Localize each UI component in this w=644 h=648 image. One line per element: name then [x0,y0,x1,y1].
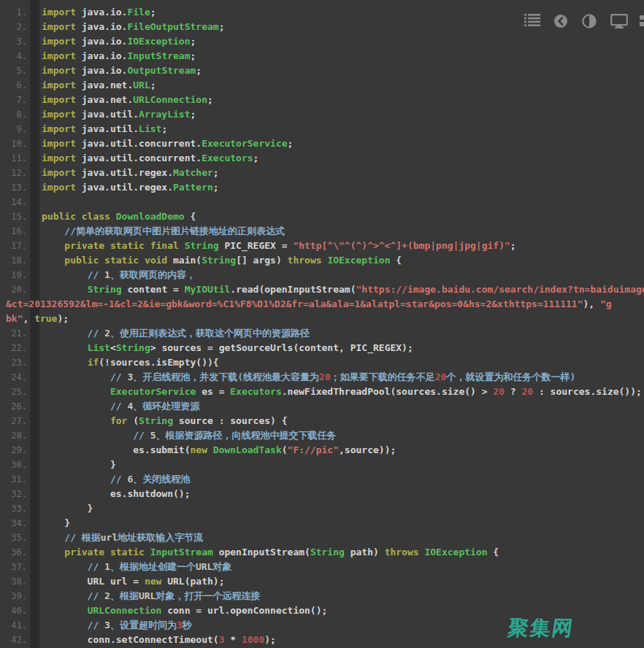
code-line-text: public static void main(String[] args) t… [42,253,402,268]
line-number: 38. [0,574,27,589]
line-number: 6. [0,78,27,93]
code-line-text: URL url = new URL(path); [42,574,224,589]
line-number: 7. [0,93,27,107]
code-row: 37. // 1、根据地址创建一个URL对象 [0,560,644,574]
code-line-text: for (String source : sources) { [42,414,288,428]
code-line-text: // 1、获取网页的内容， [42,268,196,282]
line-number: 36. [0,545,27,560]
line-number: 37. [0,560,27,574]
back-icon[interactable] [553,14,571,28]
code-line-text: // 3、开启线程池，并发下载(线程池最大容量为20；如果要下载的任务不足20个… [42,370,575,385]
line-number: 32. [0,487,27,501]
code-rows: 1.import java.io.File;2.import java.io.F… [0,5,644,647]
code-row: 15.public class DownloadDemo { [0,209,644,224]
code-row-wrap: &ct=201326592&lm=-1&cl=2&ie=gbk&word=%C1… [0,297,644,312]
code-line-text: // 2、使用正则表达式，获取这个网页中的资源路径 [42,326,310,341]
code-row: 9.import java.util.List; [0,122,644,136]
code-row: 23. if(!sources.isEmpty()){ [0,355,644,370]
code-line-text: import java.io.OutputStream; [42,63,202,78]
list-icon[interactable] [524,14,542,28]
code-row: 35. // 根据url地址获取输入字节流 [0,531,644,545]
line-number: 25. [0,385,27,399]
code-line-text: import java.util.ArrayList; [42,107,196,122]
line-number: 39. [0,589,27,603]
code-line-text: // 4、循环处理资源 [42,399,199,414]
code-row: 30. } [0,458,644,472]
code-line-text: // 2、根据URL对象，打开一个远程连接 [42,589,260,603]
line-number: 8. [0,107,27,122]
line-number: 19. [0,268,27,282]
code-row: 28. // 5、根据资源路径，向线程池中提交下载任务 [0,428,644,443]
code-line-text: ExecutorService es = Executors.newFixedT… [42,385,642,399]
line-number: 42. [0,633,27,647]
contrast-icon[interactable] [582,14,599,28]
code-line-text: import java.io.IOException; [42,34,196,49]
line-number: 34. [0,516,27,531]
code-line-text: public class DownloadDemo { [42,209,196,224]
line-number: 23. [0,355,27,370]
code-row: 19. // 1、获取网页的内容， [0,268,644,282]
line-number: 20. [0,282,27,297]
line-number: 24. [0,370,27,385]
line-number: 33. [0,501,27,516]
line-number: 35. [0,531,27,545]
line-number: 5. [0,63,27,78]
code-row: 5.import java.io.OutputStream; [0,63,644,78]
code-line-text: import java.util.List; [42,122,167,136]
monitor-icon[interactable] [610,14,628,28]
code-row: 4.import java.io.InputStream; [0,49,644,63]
code-row: 29. es.submit(new DownLoadTask("F://pic"… [0,443,644,458]
code-row: 6.import java.net.URL; [0,78,644,93]
line-number: 40. [0,603,27,618]
code-line-text: //简单的获取网页中图片图片链接地址的正则表达式 [42,224,285,239]
line-number: 28. [0,428,27,443]
code-row: 12.import java.util.regex.Matcher; [0,166,644,180]
toolbar [0,0,644,35]
line-number: 10. [0,136,27,151]
code-row: 13.import java.util.regex.Pattern; [0,180,644,195]
code-line-text: import java.util.regex.Matcher; [42,166,219,180]
line-number: 13. [0,180,27,195]
code-row: 17. private static final String PIC_REGE… [0,239,644,253]
code-row: 8.import java.util.ArrayList; [0,107,644,122]
code-row: 25. ExecutorService es = Executors.newFi… [0,385,644,399]
code-line-text: URLConnection conn = url.openConnection(… [42,603,327,618]
code-row: 34. } [0,516,644,531]
line-number: 31. [0,472,27,487]
line-number: 27. [0,414,27,428]
code-row: 14. [0,195,644,209]
clipped-icon[interactable] [638,14,644,28]
code-row: 26. // 4、循环处理资源 [0,399,644,414]
code-line-text: es.submit(new DownLoadTask("F://pic",sou… [42,443,396,458]
code-row-wrap: bk", true); [0,312,644,326]
line-number: 3. [0,34,27,49]
line-number: 4. [0,49,27,63]
code-line-text: // 1、根据地址创建一个URL对象 [42,560,231,574]
code-row: 11.import java.util.concurrent.Executors… [0,151,644,166]
line-number: 11. [0,151,27,166]
code-row: 22. List<String> sources = getSourceUrls… [0,341,644,355]
code-row: 16. //简单的获取网页中图片图片链接地址的正则表达式 [0,224,644,239]
code-area: 1.import java.io.File;2.import java.io.F… [0,0,644,647]
code-row: 27. for (String source : sources) { [0,414,644,428]
code-line-text: } [42,501,93,516]
line-number: 21. [0,326,27,341]
line-number: 41. [0,618,27,633]
code-line-text: import java.util.regex.Pattern; [42,180,219,195]
code-line-text: } [42,516,70,531]
code-row: 3.import java.io.IOException; [0,34,644,49]
line-number: 22. [0,341,27,355]
code-row: 18. public static void main(String[] arg… [0,253,644,268]
line-number: 18. [0,253,27,268]
code-line-text: import java.net.URLConnection; [42,93,213,107]
code-row: 39. // 2、根据URL对象，打开一个远程连接 [0,589,644,603]
line-number: 16. [0,224,27,239]
code-line-text: es.shutdown(); [42,487,191,501]
code-line-text: if(!sources.isEmpty()){ [42,355,219,370]
code-row: 32. es.shutdown(); [0,487,644,501]
code-line-text: } [42,458,116,472]
code-row: 7.import java.net.URLConnection; [0,93,644,107]
code-line-text: List<String> sources = getSourceUrls(con… [42,341,413,355]
code-row: 20. String content = MyIOUtil.read(openI… [0,282,644,297]
code-row: 10.import java.util.concurrent.ExecutorS… [0,136,644,151]
